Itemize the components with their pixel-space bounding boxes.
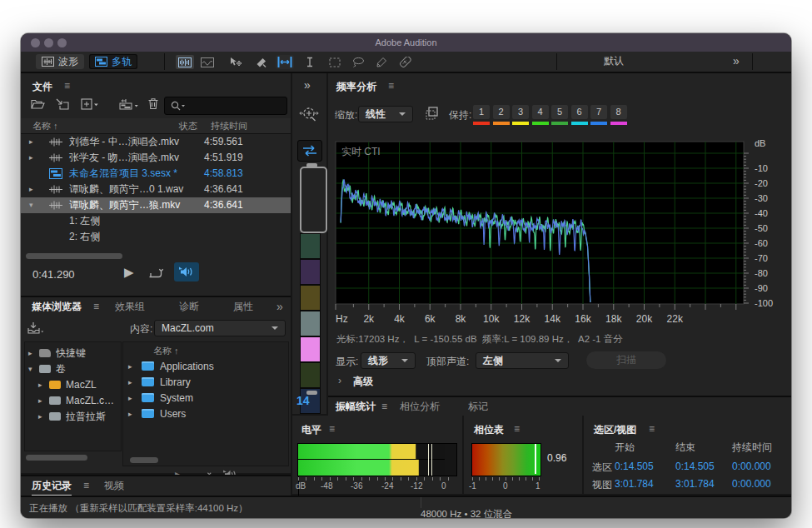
- file-row[interactable]: 1: 左侧: [21, 213, 291, 229]
- expand-icon[interactable]: ▸: [29, 134, 39, 150]
- track-color-block[interactable]: [300, 336, 321, 362]
- hold-button-5[interactable]: 5: [551, 105, 568, 119]
- media-import-button[interactable]: [27, 321, 44, 335]
- open-file-button[interactable]: [31, 98, 45, 110]
- auto-play-button[interactable]: [149, 266, 164, 279]
- hold-button-3[interactable]: 3: [512, 105, 529, 119]
- media-list-horizontal-scrollbar[interactable]: [130, 457, 158, 463]
- move-tool[interactable]: [226, 55, 244, 69]
- expand-icon[interactable]: ▸: [29, 150, 39, 166]
- top-channel-dropdown[interactable]: 左侧: [476, 352, 569, 369]
- text-tool[interactable]: [301, 55, 319, 69]
- files-horizontal-scrollbar[interactable]: [26, 253, 122, 259]
- files-search-input[interactable]: [164, 97, 287, 115]
- new-content-button[interactable]: [81, 98, 99, 110]
- razor-tool[interactable]: [252, 55, 271, 69]
- file-row[interactable]: ▾谭咏麟、顾芮宁…狼.mkv4:36.641: [21, 197, 291, 213]
- media-tree-item[interactable]: ▸MacZL.c…: [25, 393, 121, 409]
- delete-file-button[interactable]: [147, 97, 159, 110]
- collapse-icon[interactable]: ▾: [29, 197, 39, 213]
- swap-channels-button[interactable]: [297, 140, 322, 162]
- display-dropdown[interactable]: 线形: [361, 352, 416, 369]
- media-tree-horizontal-scrollbar[interactable]: [26, 455, 87, 461]
- expand-icon[interactable]: ▸: [38, 409, 48, 425]
- navigator-selection-handle[interactable]: [300, 167, 327, 233]
- advanced-section-label[interactable]: 高级: [353, 375, 373, 389]
- tab-amplitude-statistics[interactable]: 振幅统计: [336, 397, 376, 417]
- selection-top-grip[interactable]: [306, 163, 317, 167]
- hold-button-2[interactable]: 2: [493, 105, 510, 119]
- stats-menu-icon[interactable]: ≡: [381, 397, 387, 416]
- track-color-block[interactable]: [300, 285, 321, 311]
- media-list-item[interactable]: ▸Applications: [123, 359, 288, 375]
- hold-button-1[interactable]: 1: [473, 105, 490, 119]
- expand-icon[interactable]: ▸: [29, 182, 39, 197]
- media-tree-item[interactable]: ▸MacZL: [25, 377, 121, 393]
- collapse-icon[interactable]: ▾: [28, 361, 38, 377]
- snapshot-icon[interactable]: [425, 105, 441, 122]
- play-button[interactable]: ▶: [124, 265, 134, 280]
- left-tabs-more-chevron[interactable]: »: [276, 297, 283, 316]
- frequency-analysis-menu-icon[interactable]: ≡: [388, 80, 394, 92]
- spectral-display-toggle[interactable]: [198, 55, 217, 69]
- hold-button-6[interactable]: 6: [571, 105, 588, 119]
- hold-button-4[interactable]: 4: [532, 105, 549, 119]
- selection-time-value[interactable]: 3:01.784: [615, 478, 654, 490]
- selection-time-value[interactable]: 0:14.505: [615, 461, 654, 472]
- file-row[interactable]: ▸刘德华 - 中…演唱会.mkv4:59.561: [21, 134, 291, 150]
- files-panel-menu-icon[interactable]: ≡: [64, 80, 70, 92]
- media-list-item[interactable]: ▸Library: [123, 375, 288, 391]
- selection-time-value[interactable]: 0:00.000: [732, 461, 771, 472]
- history-menu-icon[interactable]: ≡: [83, 476, 89, 495]
- tab-history[interactable]: 历史记录: [32, 476, 72, 496]
- selection-view-menu-icon[interactable]: ≡: [649, 423, 655, 435]
- scale-dropdown[interactable]: 线性: [358, 106, 413, 122]
- zoom-navigate-icon[interactable]: [298, 105, 320, 125]
- column-header-name[interactable]: 名称 ↑: [32, 120, 58, 132]
- track-color-block[interactable]: [300, 233, 321, 259]
- paintbrush-tool[interactable]: [372, 55, 391, 69]
- expand-icon[interactable]: ▸: [128, 406, 138, 422]
- import-file-button[interactable]: [56, 98, 69, 110]
- advanced-expander-icon[interactable]: ›: [338, 375, 341, 386]
- file-row[interactable]: 未命名混音项目 3.sesx *4:58.813: [21, 166, 291, 182]
- tab-effects-rack[interactable]: 效果组: [115, 297, 145, 316]
- content-dropdown[interactable]: MacZL.com: [154, 320, 286, 336]
- tab-phase-analysis[interactable]: 相位分析: [400, 397, 440, 416]
- waveform-view-button[interactable]: 波形: [36, 54, 84, 69]
- media-list-header[interactable]: 名称 ↑: [153, 345, 179, 357]
- expand-icon[interactable]: ▸: [38, 377, 48, 393]
- expand-icon[interactable]: ▸: [28, 346, 38, 361]
- expand-icon[interactable]: ▸: [128, 359, 138, 375]
- selection-time-value[interactable]: 0:00.000: [732, 478, 771, 490]
- media-tree-item[interactable]: ▸拉普拉斯: [25, 409, 121, 425]
- hold-button-7[interactable]: 7: [590, 105, 607, 119]
- marquee-selection-tool[interactable]: [326, 55, 344, 69]
- tab-properties[interactable]: 属性: [233, 297, 253, 316]
- column-header-status[interactable]: 状态: [179, 120, 197, 132]
- track-color-block[interactable]: [300, 362, 321, 388]
- time-selection-tool[interactable]: [276, 55, 294, 69]
- media-list-item[interactable]: ▸Users: [123, 406, 288, 422]
- tab-video[interactable]: 视频: [104, 476, 124, 495]
- frequency-spectrum-chart[interactable]: dB-10-20-30-40-50-60-70-80-90-100Hz2k4k6…: [331, 135, 788, 335]
- expand-icon[interactable]: ▸: [38, 393, 48, 409]
- tab-markers[interactable]: 标记: [468, 397, 488, 416]
- media-list-item[interactable]: ▸System: [123, 391, 288, 406]
- scan-button[interactable]: 扫描: [586, 351, 666, 369]
- expand-icon[interactable]: ▸: [128, 391, 138, 406]
- file-row[interactable]: ▸谭咏麟、顾芮宁…0 1.wav4:36.641: [21, 182, 291, 197]
- file-row[interactable]: 2: 右侧: [21, 229, 291, 245]
- workspace-selector[interactable]: 默认: [604, 52, 624, 70]
- expand-icon[interactable]: ▸: [128, 375, 138, 391]
- file-row[interactable]: ▸张学友 - 吻…演唱会.mkv4:51.919: [21, 150, 291, 166]
- media-browser-menu-icon[interactable]: ≡: [93, 297, 99, 316]
- phase-meter-menu-icon[interactable]: ≡: [514, 423, 520, 435]
- multitrack-view-button[interactable]: 多轨: [89, 54, 137, 69]
- media-tree-item[interactable]: ▾卷: [25, 361, 121, 377]
- hold-button-8[interactable]: 8: [610, 105, 627, 119]
- spot-healing-brush-tool[interactable]: [396, 55, 414, 69]
- track-color-block[interactable]: [300, 311, 321, 336]
- column-header-duration[interactable]: 持续时间: [211, 120, 247, 132]
- tab-diagnostics[interactable]: 诊断: [179, 297, 199, 316]
